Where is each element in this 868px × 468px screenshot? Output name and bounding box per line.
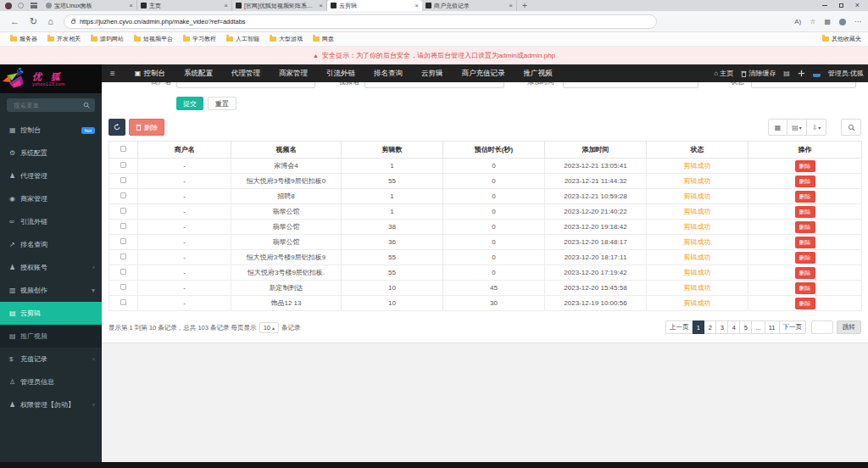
tab-close-icon[interactable]: × — [415, 3, 419, 8]
export-dropdown-button[interactable]: ⇩▾ — [807, 119, 826, 136]
clear-cache-button[interactable]: 清除缓存 — [741, 69, 776, 78]
next-page-button[interactable]: 下一页 — [780, 320, 807, 334]
fullscreen-icon[interactable] — [798, 70, 805, 77]
refresh-icon[interactable]: ↻ — [30, 16, 37, 27]
top-nav-item[interactable]: ▣控制台 — [125, 69, 175, 79]
tab-close-icon[interactable]: × — [319, 3, 323, 8]
bookmark-folder[interactable]: 开发相关 — [47, 35, 81, 43]
row-delete-button[interactable]: 删除 — [795, 252, 815, 264]
sidebar-item[interactable]: ♟权限管理【勿动】‹ — [0, 393, 102, 416]
row-delete-button[interactable]: 删除 — [795, 160, 815, 172]
browser-profile-avatar[interactable] — [5, 3, 12, 9]
app-logo-panel[interactable]: 优 狐 yohoo123.com — [0, 64, 102, 93]
columns-dropdown-button[interactable]: ▤▾ — [787, 119, 807, 136]
row-delete-button[interactable]: 删除 — [795, 298, 815, 309]
row-checkbox[interactable] — [120, 254, 126, 259]
sidebar-item[interactable]: ▤云剪辑 — [0, 302, 102, 325]
sidebar-item[interactable]: ♟授权账号‹ — [0, 256, 102, 279]
sidebar-item[interactable]: ♙管理员信息 — [0, 370, 102, 393]
collections-icon[interactable]: ▦ — [824, 18, 831, 25]
page-button[interactable]: 5 — [740, 320, 752, 334]
admin-name[interactable]: 管理员:优狐 — [828, 69, 864, 78]
top-nav-item[interactable]: 商家管理 — [270, 69, 317, 79]
browser-tab[interactable]: 云剪辑× — [327, 0, 422, 11]
hamburger-menu-icon[interactable]: ≡ — [110, 69, 115, 78]
browser-tab[interactable]: [官网]优狐短视频矩阵系统-互联× — [232, 0, 327, 11]
sidebar-item[interactable]: ⚙系统配置 — [0, 142, 102, 164]
page-size-dropdown[interactable]: 10▴ — [259, 322, 279, 333]
bookmark-folder[interactable]: 人工智能 — [226, 35, 259, 43]
sidebar-item[interactable]: ▦控制台hot — [0, 119, 102, 142]
filter-input[interactable] — [751, 82, 856, 88]
jump-page-input[interactable] — [811, 320, 833, 334]
bookmark-folder[interactable]: 源码网站 — [91, 35, 124, 43]
filter-input[interactable] — [176, 82, 315, 88]
delete-button[interactable]: 删除 — [129, 119, 164, 136]
top-nav-item[interactable]: 推广视频 — [514, 69, 561, 79]
page-button[interactable]: 2 — [704, 320, 716, 334]
tab-close-icon[interactable]: × — [129, 3, 133, 8]
top-nav-item[interactable]: 系统配置 — [175, 69, 222, 79]
bookmark-folder[interactable]: 网盘 — [313, 35, 334, 43]
top-nav-item[interactable]: 代理管理 — [222, 69, 270, 79]
minimize-icon[interactable] — [822, 5, 827, 6]
bookmark-folder[interactable]: 学习教程 — [183, 35, 216, 43]
sidebar-search[interactable] — [7, 98, 95, 112]
row-checkbox[interactable] — [120, 208, 126, 214]
tab-close-icon[interactable]: × — [224, 3, 228, 8]
bookmark-folder[interactable]: 服务器 — [10, 35, 37, 43]
browser-tab[interactable]: 主页× — [137, 0, 232, 11]
sidebar-search-input[interactable] — [12, 101, 83, 110]
page-button[interactable]: 4 — [728, 320, 740, 334]
sidebar-item[interactable]: ▤推广视频 — [0, 325, 102, 348]
search-icon[interactable] — [83, 102, 90, 109]
sidebar-item[interactable]: $充值记录‹ — [0, 348, 102, 370]
row-checkbox[interactable] — [120, 177, 126, 183]
row-delete-button[interactable]: 删除 — [795, 237, 815, 248]
filter-input[interactable] — [364, 82, 504, 88]
admin-avatar[interactable] — [813, 70, 821, 77]
filter-input[interactable] — [563, 82, 698, 88]
submit-button[interactable]: 提交 — [176, 97, 203, 110]
row-checkbox[interactable] — [120, 223, 126, 229]
bookmark-folder[interactable]: 短视频平台 — [134, 35, 173, 43]
sidebar-item[interactable]: ↗排名查询 — [0, 233, 102, 256]
bookmark-folder[interactable]: 大型游戏 — [270, 35, 303, 43]
reset-button[interactable]: 重置 — [208, 97, 236, 110]
page-button[interactable]: 3 — [716, 320, 728, 334]
new-tab-button[interactable]: + — [522, 1, 527, 10]
row-delete-button[interactable]: 删除 — [795, 176, 815, 187]
home-icon[interactable]: ⌂ — [47, 16, 53, 26]
refresh-button[interactable] — [108, 119, 125, 136]
row-checkbox[interactable] — [120, 284, 126, 290]
row-checkbox[interactable] — [120, 299, 126, 305]
row-delete-button[interactable]: 删除 — [795, 282, 815, 294]
tab-close-icon[interactable]: × — [509, 3, 513, 8]
sidebar-item[interactable]: ▥视频创作▾ — [0, 279, 102, 302]
check-update-icon[interactable]: ▤ — [783, 70, 790, 77]
favorites-star-icon[interactable]: ☆ — [810, 18, 815, 25]
row-delete-button[interactable]: 删除 — [795, 206, 815, 218]
top-nav-item[interactable]: 商户充值记录 — [452, 69, 514, 79]
row-checkbox[interactable] — [120, 269, 126, 275]
maximize-icon[interactable] — [839, 3, 843, 8]
jump-button[interactable]: 跳转 — [837, 320, 861, 334]
top-nav-item[interactable]: 云剪辑 — [412, 69, 453, 79]
table-search-button[interactable] — [841, 119, 861, 136]
close-icon[interactable]: × — [855, 2, 860, 9]
browser-tab[interactable]: 商户充值记录× — [422, 0, 517, 11]
row-checkbox[interactable] — [120, 162, 126, 168]
back-icon[interactable]: ← — [10, 16, 19, 26]
row-delete-button[interactable]: 删除 — [795, 221, 815, 233]
more-menu-icon[interactable]: ⋯ — [854, 18, 861, 25]
page-button[interactable]: 11 — [765, 320, 780, 334]
select-all-checkbox[interactable] — [120, 146, 126, 152]
workspace-icon[interactable] — [18, 3, 24, 8]
url-field[interactable]: https://juzhen.cyvo.cn/admin.php/make_vi… — [64, 14, 657, 29]
row-delete-button[interactable]: 删除 — [795, 267, 815, 279]
profile-avatar[interactable] — [839, 19, 846, 25]
top-nav-item[interactable]: 排名查询 — [364, 69, 412, 79]
sidebar-item[interactable]: ∞引流外链 — [0, 210, 102, 233]
row-checkbox[interactable] — [120, 192, 126, 198]
top-nav-item[interactable]: 引流外链 — [317, 69, 364, 79]
